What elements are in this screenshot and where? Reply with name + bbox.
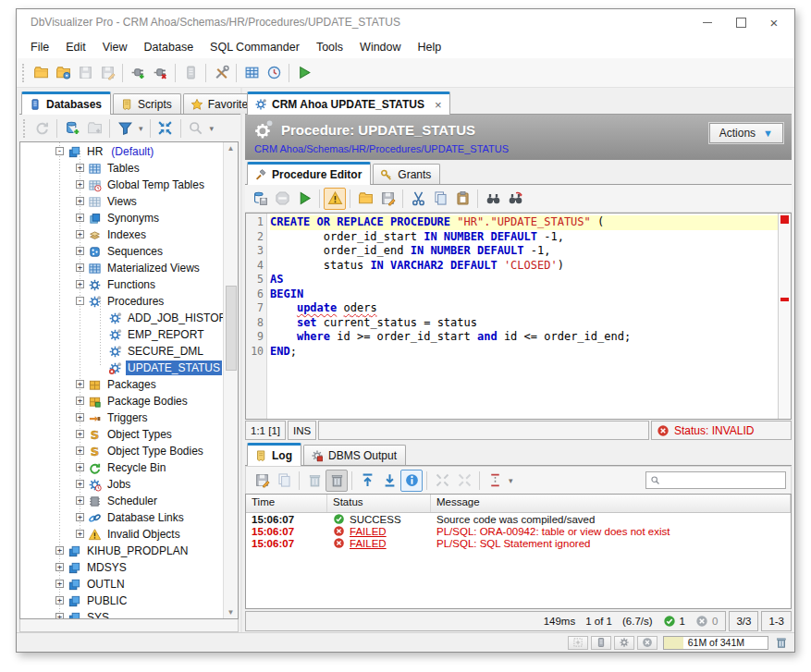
close-button[interactable]: × (757, 11, 791, 33)
menu-tools[interactable]: Tools (308, 38, 351, 56)
cut-button[interactable] (407, 188, 429, 210)
tree-item-label[interactable]: Functions (105, 277, 157, 292)
garbage-collect-icon[interactable] (775, 636, 788, 649)
tree-expander-icon[interactable]: + (76, 180, 84, 189)
tree-item-database-links[interactable]: +Database Links (20, 509, 223, 526)
tree-expander-icon[interactable]: + (55, 546, 64, 555)
copy-button[interactable] (429, 188, 451, 210)
row-spacing-button[interactable] (484, 470, 506, 492)
tree-horizontal-scrollbar[interactable] (19, 619, 239, 632)
filter-button[interactable] (114, 117, 136, 140)
tree-item-label[interactable]: Procedures (105, 294, 166, 309)
tree-item-label[interactable]: Recycle Bin (105, 460, 167, 475)
tree-item-functions[interactable]: +Functions (20, 276, 223, 293)
run-flag-button[interactable] (293, 62, 315, 84)
collapse-button[interactable] (453, 470, 475, 492)
object-tab-update-status[interactable]: CRM Ahoa UPDATE_STATUS × (247, 92, 450, 115)
collapse-all-button[interactable] (154, 117, 177, 140)
trash-button[interactable] (303, 470, 326, 492)
menu-database[interactable]: Database (136, 38, 203, 56)
tree-expander-icon[interactable]: + (76, 496, 84, 505)
memory-indicator[interactable]: 61M of 341M (663, 636, 768, 650)
tree-expander-icon[interactable]: + (76, 463, 84, 471)
tree-item-indexes[interactable]: +Indexes (20, 226, 223, 243)
tree-item-label[interactable]: PUBLIC (85, 593, 129, 608)
tree-item-label[interactable]: Jobs (105, 477, 132, 492)
editor-tab-procedure-editor[interactable]: Procedure Editor (247, 162, 371, 185)
save-as-button[interactable] (376, 188, 399, 210)
dropdown-caret-icon[interactable]: ▾ (509, 476, 513, 485)
copy-button[interactable] (273, 470, 295, 492)
paste-button[interactable] (451, 188, 473, 210)
refresh-button[interactable] (31, 117, 53, 140)
tree-expander-icon[interactable]: + (76, 214, 84, 222)
tools-button[interactable] (210, 62, 232, 84)
trash-clear-button[interactable] (326, 470, 348, 492)
jump-bottom-button[interactable] (378, 470, 400, 492)
tree-expander-icon[interactable]: - (76, 297, 84, 305)
connections-status-button[interactable] (591, 636, 611, 650)
tree-expander-icon[interactable]: + (76, 530, 84, 538)
tree-item-outln[interactable]: +OUTLN (20, 576, 223, 593)
left-tab-databases[interactable]: Databases (21, 92, 111, 115)
run-button[interactable] (293, 188, 315, 210)
maximize-button[interactable] (724, 11, 757, 33)
expand-button[interactable] (431, 470, 453, 492)
table-grid-button[interactable] (240, 62, 263, 84)
log-tab-log[interactable]: Log (247, 443, 301, 466)
tree-item-synonyms[interactable]: +Synonyms (20, 210, 223, 226)
toolbar-grip[interactable] (23, 119, 25, 138)
tree-item-jobs[interactable]: +Jobs (20, 476, 223, 493)
minimize-button[interactable] (691, 11, 724, 33)
menu-sql-commander[interactable]: SQL Commander (202, 38, 308, 56)
save-as-button[interactable] (96, 62, 118, 84)
tree-item-kihub-prodplan[interactable]: +KIHUB_PRODPLAN (20, 543, 223, 559)
tree-item-label[interactable]: Global Temp Tables (105, 177, 206, 192)
errors-status-button[interactable] (637, 636, 657, 650)
error-marker[interactable] (780, 215, 789, 224)
error-marker[interactable] (780, 298, 789, 301)
tree-item-hr[interactable]: -HR(Default) (20, 143, 223, 160)
tree-item-label[interactable]: Tables (105, 161, 141, 176)
tree-item-global-temp-tables[interactable]: +Global Temp Tables (20, 177, 223, 193)
menu-edit[interactable]: Edit (57, 38, 94, 56)
tree-item-label[interactable]: Invalid Objects (105, 527, 182, 542)
database-server-button[interactable] (179, 62, 202, 84)
column-header-status[interactable]: Status (327, 495, 431, 512)
tree-item-label[interactable]: Materialized Views (105, 261, 202, 275)
tree-expander-icon[interactable]: + (76, 230, 84, 238)
tree-item-label[interactable]: UPDATE_STATUS (126, 360, 222, 375)
database-tree[interactable]: -HR(Default)+Tables+Global Temp Tables+V… (20, 142, 223, 618)
column-header-time[interactable]: Time (246, 495, 327, 512)
tree-expander-icon[interactable]: + (76, 430, 84, 438)
folder-settings-button[interactable] (52, 62, 74, 84)
tree-item-procedures[interactable]: -Procedures (20, 293, 223, 310)
tree-item-label[interactable]: Sequences (105, 244, 165, 259)
tree-item-object-types[interactable]: +SObject Types (20, 426, 223, 443)
log-row[interactable]: 15:06:07SUCCESSSource code was compiled/… (246, 513, 791, 525)
tree-item-label[interactable]: Database Links (105, 510, 186, 525)
tree-expander-icon[interactable]: + (55, 580, 64, 588)
database-add-button[interactable] (61, 117, 83, 140)
tree-item-packages[interactable]: +Packages (20, 376, 223, 393)
tree-item-tables[interactable]: +Tables (20, 160, 223, 177)
tree-expander-icon[interactable]: + (76, 446, 84, 455)
tree-item-label[interactable]: Packages (105, 377, 158, 392)
tree-expander-icon[interactable]: + (76, 197, 84, 205)
scroll-down-icon[interactable]: ▼ (227, 608, 235, 617)
find-button[interactable] (482, 188, 504, 210)
actions-button[interactable]: Actions ▼ (709, 123, 783, 143)
tree-expander-icon[interactable]: + (76, 513, 84, 521)
jump-top-button[interactable] (356, 470, 378, 492)
tree-item-label[interactable]: Triggers (105, 410, 150, 425)
warning-button[interactable] (324, 188, 346, 210)
dropdown-caret-icon[interactable]: ▾ (210, 124, 215, 133)
tree-item-label[interactable]: HR (85, 144, 104, 159)
tree-item-label[interactable]: Object Types (105, 427, 174, 442)
tree-item-label[interactable]: Scheduler (105, 494, 159, 508)
open-folder-button[interactable] (354, 188, 376, 210)
tree-item-triggers[interactable]: +Triggers (20, 409, 223, 426)
tree-expander-icon[interactable]: - (55, 147, 64, 155)
tree-item-sys[interactable]: +SYS (20, 609, 223, 618)
scroll-up-icon[interactable]: ▲ (227, 144, 235, 153)
